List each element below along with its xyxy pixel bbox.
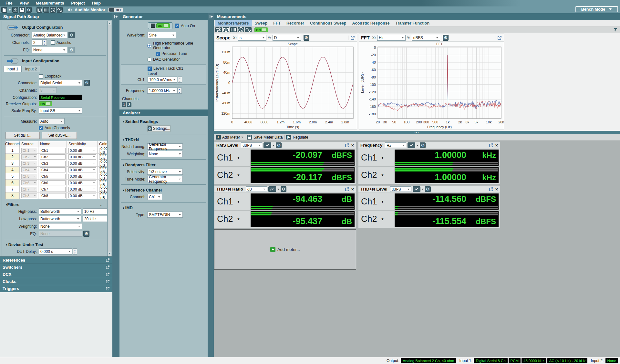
popout-icon[interactable] [489, 143, 493, 148]
settled-settings-button[interactable]: ⚙Settings... [147, 125, 170, 132]
output-connector-settings-button[interactable]: ⚙ [68, 32, 75, 38]
scroll-down-icon[interactable]: ▼ [108, 252, 111, 256]
menu-help[interactable]: Help [88, 0, 104, 6]
input-connector-settings-button[interactable]: ⚙ [84, 80, 90, 86]
channel-label[interactable]: Ch1▼ [217, 193, 251, 210]
name-input[interactable]: Ch4 [40, 167, 66, 172]
reference-channel-select[interactable]: Ch1 [147, 194, 162, 200]
generator-on-toggle[interactable]: ON [156, 23, 170, 28]
sensitivity-select[interactable]: 0.00 dB [68, 180, 96, 185]
selectivity-select[interactable]: 1/3 octave [147, 169, 183, 175]
measurements-header[interactable]: Measurements [214, 13, 620, 20]
popout-icon[interactable] [497, 36, 502, 40]
scope-view-button[interactable] [223, 27, 229, 32]
regulate-button[interactable]: ▶ Regulate [286, 135, 308, 140]
popout-icon[interactable] [489, 187, 493, 192]
meter-unit-select[interactable]: dBFS [241, 142, 262, 148]
close-icon[interactable]: × [495, 187, 498, 192]
output-eq-settings-button[interactable]: ⚙ [68, 47, 75, 53]
scale-freq-select[interactable]: Input SR [39, 108, 82, 114]
new-project-dropdown-icon[interactable] [9, 9, 11, 11]
gain-select[interactable]: 0.00 dB [99, 154, 108, 160]
waveform-select[interactable]: Sine [147, 32, 176, 38]
name-input[interactable]: Ch7 [40, 187, 66, 192]
scope-x-unit-select[interactable]: s [238, 35, 266, 41]
tab-input-2[interactable]: Input 2 [22, 66, 40, 72]
sensitivity-select[interactable]: 0.00 dB [68, 174, 96, 179]
signal-path-header[interactable]: Signal Path Setup [0, 13, 112, 20]
ch1-level-input[interactable]: 199.0 mVrms [148, 77, 177, 83]
meter-unit-select[interactable]: dB [246, 186, 267, 192]
popout-icon[interactable] [106, 258, 110, 262]
name-input[interactable]: Ch1 [40, 148, 66, 153]
meter-graph-button[interactable] [408, 142, 415, 148]
scope-chart[interactable]: Scope120m80m40m0-40m-80m-120m0400u800u1.… [214, 42, 357, 130]
gain-select[interactable]: 0.00 dB [99, 167, 108, 172]
wave-view-button[interactable] [245, 27, 252, 32]
popout-icon[interactable] [350, 36, 355, 40]
popout-icon[interactable] [106, 279, 110, 284]
save-project-button[interactable] [19, 7, 25, 13]
meter-settings-button[interactable]: ⚙ [276, 142, 282, 148]
close-icon[interactable]: × [351, 143, 354, 148]
meters-view-button[interactable] [43, 7, 49, 13]
meter-unit-select[interactable]: dBFS [390, 186, 411, 192]
section-triggers[interactable]: Triggers [0, 285, 112, 292]
imd-type-select[interactable]: SMPTE/DIN [147, 212, 183, 218]
set-dbr-button[interactable]: Set dBR... [5, 132, 40, 139]
save-meter-data-button[interactable]: Save Meter Data [247, 135, 283, 140]
auto-channels-checkbox[interactable]: ✓ [39, 126, 43, 130]
frequency-input[interactable]: 1.00000 kHz [147, 88, 177, 94]
popout-icon[interactable] [345, 187, 349, 192]
lowpass-select[interactable]: Butterworth [39, 216, 81, 222]
popout-icon[interactable] [106, 286, 110, 291]
meter-graph-button[interactable] [268, 186, 276, 192]
generator-header[interactable]: Generator [119, 13, 208, 20]
loopback-checkbox[interactable] [39, 74, 43, 78]
settings-button[interactable]: ⚙ [26, 7, 32, 13]
generator-off-button[interactable] [151, 24, 155, 28]
section-switchers[interactable]: Switchers [0, 264, 112, 271]
hp-sine-radio[interactable] [147, 44, 151, 48]
tab-sweep[interactable]: Sweep [252, 20, 271, 26]
scroll-up-icon[interactable]: ▲ [108, 21, 111, 25]
output-channels-input[interactable]: 2 [32, 39, 42, 46]
gain-select[interactable]: 0.00 dB [99, 193, 108, 198]
bars-view-button[interactable] [230, 27, 237, 32]
menu-project[interactable]: Project [67, 0, 88, 6]
menu-view[interactable]: View [16, 0, 32, 6]
scope-y-unit-select[interactable]: D [273, 35, 301, 41]
swap-channels-button[interactable] [215, 27, 222, 32]
tune-mode-select[interactable]: Generator Frequency [147, 176, 183, 182]
dac-generator-radio[interactable] [147, 57, 151, 62]
section-references[interactable]: References [0, 256, 112, 264]
tab-monitors-meters[interactable]: Monitors/Meters [215, 20, 252, 26]
fft-chart[interactable]: FFT0-20-40-60-80-100-120-140-160-1802030… [359, 42, 504, 130]
open-project-button[interactable] [12, 7, 18, 13]
menu-measurements[interactable]: Measurements [32, 0, 68, 6]
clock-view-button[interactable] [238, 27, 244, 32]
fft-settings-button[interactable]: ⚙ [443, 35, 449, 41]
section-clocks[interactable]: Clocks [0, 278, 112, 285]
sensitivity-select[interactable]: 0.00 dB [68, 154, 96, 160]
generator-channel-1-button[interactable]: 1 [122, 102, 126, 107]
generator-view-button[interactable] [57, 7, 63, 13]
panel-separator[interactable] [112, 13, 119, 357]
fft-y-unit-select[interactable]: dBFS [412, 35, 440, 41]
add-meter-button[interactable]: + Add Meter [216, 135, 243, 140]
tab-input-1[interactable]: Input 1 [3, 66, 22, 72]
collapse-panel-icon[interactable] [613, 28, 617, 32]
output-eq-select[interactable]: None [32, 47, 67, 53]
gain-select[interactable]: 0.00 dB [99, 148, 108, 153]
auto-on-checkbox[interactable]: ✓ [175, 24, 179, 28]
gain-select[interactable]: 0.00 dB [99, 161, 108, 166]
highpass-freq-input[interactable]: 10 Hz [83, 208, 107, 214]
clock-view-button[interactable] [50, 7, 56, 13]
receiver-outputs-toggle[interactable]: ON [39, 101, 52, 106]
dock-pin-icon[interactable] [113, 14, 118, 19]
ch1-level-stepper[interactable]: ▲▼ [178, 77, 182, 83]
name-input[interactable]: Ch3 [40, 161, 66, 166]
name-input[interactable]: Ch5 [40, 174, 66, 179]
channel-label[interactable]: Ch1▼ [361, 193, 395, 210]
dock-pin-icon[interactable] [209, 14, 213, 19]
